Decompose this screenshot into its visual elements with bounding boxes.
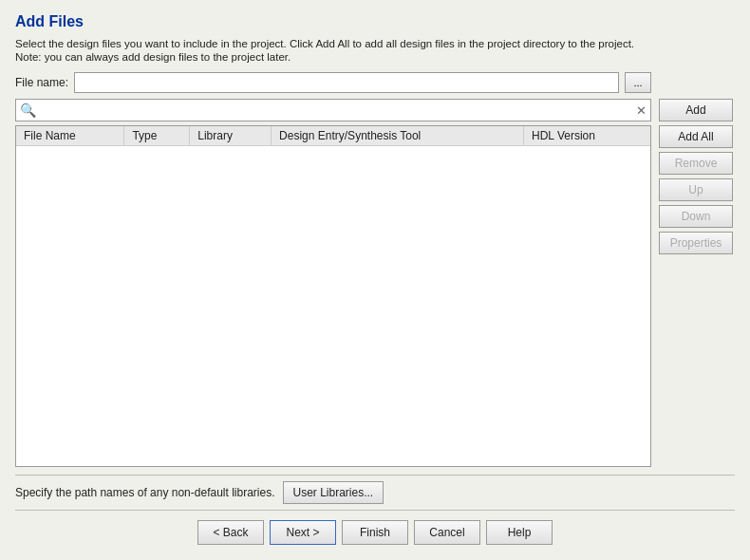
filename-row: File name: ... <box>15 72 651 93</box>
search-icon: 🔍 <box>20 103 36 118</box>
table-header-row: File Name Type Library Design Entry/Synt… <box>16 126 650 146</box>
bottom-text: Specify the path names of any non-defaul… <box>15 486 275 499</box>
help-button[interactable]: Help <box>486 520 553 545</box>
main-area: File name: ... 🔍 ✕ File Name Type Librar… <box>15 72 735 467</box>
bottom-bar: Specify the path names of any non-defaul… <box>15 475 735 504</box>
clear-icon[interactable]: ✕ <box>636 104 647 117</box>
search-input[interactable] <box>40 103 632 117</box>
add-button[interactable]: Add <box>659 99 733 121</box>
finish-button[interactable]: Finish <box>342 520 408 545</box>
browse-button[interactable]: ... <box>625 72 651 93</box>
add-files-dialog: Add Files Select the design files you wa… <box>0 0 750 560</box>
col-hdl-version: HDL Version <box>523 126 650 146</box>
remove-button[interactable]: Remove <box>659 152 733 175</box>
filename-label: File name: <box>15 76 68 89</box>
right-panel: Add Add All Remove Up Down Properties <box>659 72 735 467</box>
col-design-entry: Design Entry/Synthesis Tool <box>272 126 524 146</box>
down-button[interactable]: Down <box>659 205 733 228</box>
search-row: 🔍 ✕ <box>15 99 651 121</box>
note-text: Note: you can always add design files to… <box>15 51 735 63</box>
properties-button[interactable]: Properties <box>659 232 733 254</box>
file-table-container: File Name Type Library Design Entry/Synt… <box>15 125 651 467</box>
col-library: Library <box>190 126 272 146</box>
col-type: Type <box>124 126 190 146</box>
footer: < Back Next > Finish Cancel Help <box>15 510 735 551</box>
cancel-button[interactable]: Cancel <box>414 520 480 545</box>
user-libraries-button[interactable]: User Libraries... <box>283 481 384 504</box>
description-text: Select the design files you want to incl… <box>15 38 735 49</box>
next-button[interactable]: Next > <box>270 520 336 545</box>
add-all-button[interactable]: Add All <box>659 125 733 148</box>
page-title: Add Files <box>15 13 735 30</box>
col-filename: File Name <box>16 126 124 146</box>
file-table: File Name Type Library Design Entry/Synt… <box>16 126 650 146</box>
up-button[interactable]: Up <box>659 178 733 201</box>
filename-input[interactable] <box>74 72 619 93</box>
left-panel: File name: ... 🔍 ✕ File Name Type Librar… <box>15 72 651 467</box>
back-button[interactable]: < Back <box>197 520 264 545</box>
